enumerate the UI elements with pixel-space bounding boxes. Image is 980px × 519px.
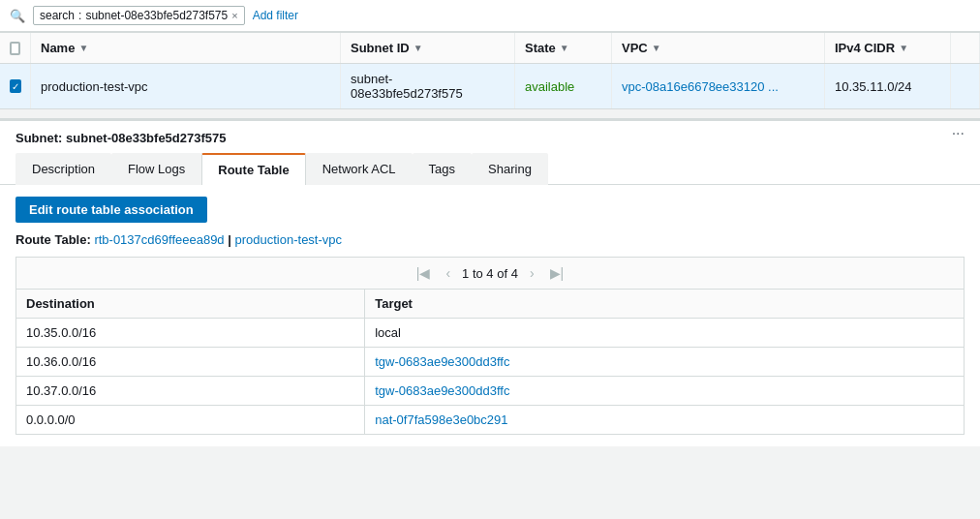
add-filter-link[interactable]: Add filter: [253, 9, 298, 22]
tab-route-table[interactable]: Route Table: [201, 153, 305, 185]
route-target-link-1[interactable]: tgw-0683ae9e300dd3ffc: [375, 354, 509, 369]
row-state-cell: available: [515, 64, 612, 108]
row-name-cell: production-test-vpc: [31, 64, 341, 108]
pagination-bar: |◀ ‹ 1 to 4 of 4 › ▶|: [15, 257, 965, 289]
sort-icon-state: ▼: [560, 43, 569, 53]
subnet-label: Subnet:: [15, 131, 62, 145]
routes-table-row: 10.36.0.0/16tgw-0683ae9e300dd3ffc: [16, 348, 965, 377]
search-tag-separator: :: [78, 9, 81, 22]
horizontal-scrollbar[interactable]: [0, 109, 980, 119]
table-header: Name ▼ Subnet ID ▼ State ▼ VPC ▼ IPv4 CI…: [0, 32, 980, 64]
route-target-link-2[interactable]: tgw-0683ae9e300dd3ffc: [375, 383, 509, 398]
route-table-content: Edit route table association Route Table…: [0, 185, 980, 446]
route-target-1[interactable]: tgw-0683ae9e300dd3ffc: [365, 348, 965, 377]
select-all-checkbox[interactable]: [10, 42, 20, 55]
detail-header: Subnet: subnet-08e33bfe5d273f575: [0, 121, 980, 145]
sort-icon-vpc: ▼: [652, 43, 661, 53]
tabs-bar: Description Flow Logs Route Table Networ…: [0, 153, 980, 185]
pagination-text: 1 to 4 of 4: [462, 266, 518, 281]
more-options-icon[interactable]: ···: [952, 125, 965, 142]
route-table-label-row: Route Table: rtb-0137cd69ffeeea89d | pro…: [15, 232, 965, 247]
row-ipv4-cell: 10.35.11.0/24: [825, 64, 951, 108]
row-state: available: [525, 79, 574, 94]
routes-table-row: 0.0.0.0/0nat-0f7fa598e3e0bc291: [16, 406, 965, 435]
search-bar: 🔍 search : subnet-08e33bfe5d273f575 × Ad…: [0, 0, 980, 32]
col-header-ipv4[interactable]: IPv4 CIDR ▼: [825, 33, 951, 63]
route-destination-2: 10.37.0.0/16: [16, 377, 365, 406]
sort-icon-ipv4: ▼: [899, 43, 908, 53]
col-header-subnet-id[interactable]: Subnet ID ▼: [341, 33, 515, 63]
col-header-overflow: [951, 33, 980, 63]
tab-tags[interactable]: Tags: [413, 153, 472, 185]
route-table-vpc-link[interactable]: production-test-vpc: [234, 232, 342, 247]
subnet-id-value: subnet-08e33bfe5d273f575: [66, 131, 226, 145]
col-header-name[interactable]: Name ▼: [31, 33, 341, 63]
row-subnet-id-cell: subnet-08e33bfe5d273f575: [341, 64, 515, 108]
next-page-button[interactable]: ›: [526, 263, 538, 283]
tab-flow-logs[interactable]: Flow Logs: [111, 153, 201, 185]
route-target-2[interactable]: tgw-0683ae9e300dd3ffc: [365, 377, 965, 406]
row-checkbox[interactable]: [10, 79, 21, 93]
table-row[interactable]: production-test-vpc subnet-08e33bfe5d273…: [0, 64, 980, 109]
prev-page-button[interactable]: ‹: [442, 263, 454, 283]
first-page-button[interactable]: |◀: [413, 263, 435, 283]
routes-table: Destination Target 10.35.0.0/16local10.3…: [15, 289, 965, 435]
search-tag-value: subnet-08e33bfe5d273f575: [85, 9, 228, 22]
sort-icon-subnet: ▼: [413, 43, 423, 53]
route-destination-3: 0.0.0.0/0: [16, 406, 365, 435]
row-vpc-cell: vpc-08a16e6678ee33120 ...: [612, 64, 825, 108]
col-header-target: Target: [365, 290, 965, 319]
routes-table-header-row: Destination Target: [16, 290, 965, 319]
row-vpc-link[interactable]: vpc-08a16e6678ee33120 ...: [622, 79, 779, 94]
last-page-button[interactable]: ▶|: [546, 263, 568, 283]
tab-network-acl[interactable]: Network ACL: [306, 153, 413, 185]
sort-icon-name: ▼: [78, 43, 88, 53]
tab-sharing[interactable]: Sharing: [472, 153, 548, 185]
edit-route-table-button[interactable]: Edit route table association: [15, 197, 207, 223]
select-all-header: [0, 33, 31, 63]
row-subnet-id: subnet-08e33bfe5d273f575: [351, 72, 505, 101]
row-select-cell: [0, 64, 31, 108]
col-header-vpc[interactable]: VPC ▼: [612, 33, 825, 63]
col-header-destination: Destination: [16, 290, 365, 319]
row-overflow-cell: [951, 64, 980, 108]
row-ipv4-cidr: 10.35.11.0/24: [835, 79, 912, 94]
route-target-0: local: [365, 319, 965, 348]
routes-table-row: 10.35.0.0/16local: [16, 319, 965, 348]
close-icon[interactable]: ×: [231, 10, 237, 21]
route-destination-1: 10.36.0.0/16: [16, 348, 365, 377]
col-header-state[interactable]: State ▼: [515, 33, 612, 63]
search-tag-label: search: [40, 9, 75, 22]
route-destination-0: 10.35.0.0/16: [16, 319, 365, 348]
route-table-label-text: Route Table:: [15, 232, 91, 247]
route-target-link-3[interactable]: nat-0f7fa598e3e0bc291: [375, 412, 507, 427]
search-tag[interactable]: search : subnet-08e33bfe5d273f575 ×: [33, 6, 245, 25]
row-name: production-test-vpc: [41, 79, 148, 94]
route-target-3[interactable]: nat-0f7fa598e3e0bc291: [365, 406, 965, 435]
tab-description[interactable]: Description: [15, 153, 111, 185]
route-table-id-link[interactable]: rtb-0137cd69ffeeea89d: [94, 232, 224, 247]
detail-panel: Subnet: subnet-08e33bfe5d273f575 ··· Des…: [0, 119, 980, 446]
search-icon: 🔍: [10, 9, 25, 23]
routes-table-row: 10.37.0.0/16tgw-0683ae9e300dd3ffc: [16, 377, 965, 406]
